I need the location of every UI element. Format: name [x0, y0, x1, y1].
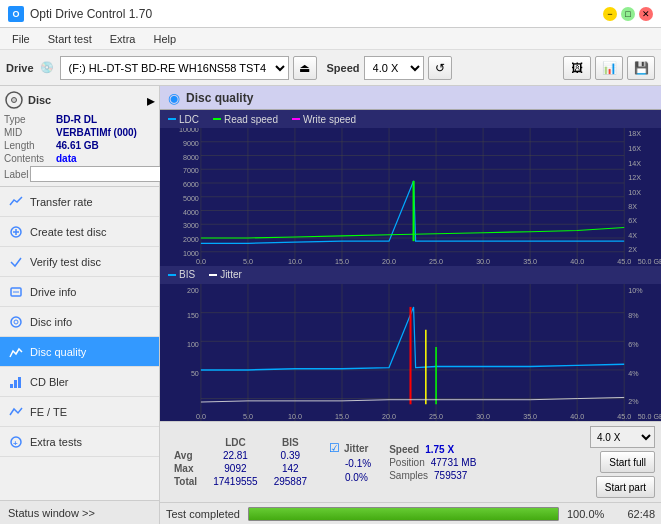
close-button[interactable]: ✕	[639, 7, 653, 21]
stats-total-ldc: 17419555	[205, 475, 266, 488]
svg-text:25.0: 25.0	[429, 257, 443, 265]
legend-ldc-label: LDC	[179, 114, 199, 125]
nav-item-extra-tests[interactable]: + Extra tests	[0, 427, 159, 457]
toolbar-btn-2[interactable]: 📊	[595, 56, 623, 80]
jitter-check-icon: ☑	[329, 441, 340, 455]
svg-rect-11	[18, 377, 21, 388]
svg-rect-9	[10, 384, 13, 388]
legend-ldc-dot	[168, 118, 176, 120]
stats-total-label: Total	[166, 475, 205, 488]
nav-item-transfer-rate[interactable]: Transfer rate	[0, 187, 159, 217]
legend-bottom: BIS Jitter	[160, 266, 661, 284]
nav-label-disc-info: Disc info	[30, 316, 72, 328]
nav-item-cd-bler[interactable]: CD Bler	[0, 367, 159, 397]
disc-panel-arrow[interactable]: ▸	[147, 91, 155, 110]
stats-row: LDC BIS Avg 22.81 0.39 Max	[166, 426, 655, 498]
svg-point-8	[14, 320, 18, 324]
nav-item-create-test-disc[interactable]: Create test disc	[0, 217, 159, 247]
disc-mid-value: VERBATIMf (000)	[56, 127, 137, 138]
svg-text:50.0 GB: 50.0 GB	[638, 257, 661, 265]
drive-select[interactable]: (F:) HL-DT-ST BD-RE WH16NS58 TST4	[60, 56, 289, 80]
legend-write-speed-label: Write speed	[303, 114, 356, 125]
nav-item-fe-te[interactable]: FE / TE	[0, 397, 159, 427]
position-label: Position	[389, 457, 425, 468]
buttons-section: 4.0 X Start full Start part	[590, 426, 655, 498]
disc-panel-icon	[4, 90, 24, 110]
disc-quality-header: ◉ Disc quality	[160, 86, 661, 110]
legend-bis-label: BIS	[179, 269, 195, 280]
nav-item-verify-test-disc[interactable]: Verify test disc	[0, 247, 159, 277]
svg-text:10%: 10%	[628, 285, 643, 294]
svg-text:25.0: 25.0	[429, 411, 443, 420]
legend-read-speed-dot	[213, 118, 221, 120]
svg-rect-10	[14, 380, 17, 388]
stats-total-bis: 295887	[266, 475, 315, 488]
nav-label-verify-test-disc: Verify test disc	[30, 256, 101, 268]
jitter-header: ☑ Jitter	[329, 441, 371, 455]
speed-select[interactable]: 4.0 X	[364, 56, 424, 80]
status-window-label: Status window >>	[8, 507, 95, 519]
svg-text:3000: 3000	[183, 221, 199, 230]
maximize-button[interactable]: □	[621, 7, 635, 21]
svg-text:15.0: 15.0	[335, 411, 349, 420]
disc-type-value: BD-R DL	[56, 114, 97, 125]
menu-extra[interactable]: Extra	[102, 31, 144, 47]
th-empty	[166, 436, 205, 449]
svg-text:7000: 7000	[183, 166, 199, 175]
app-title: Opti Drive Control 1.70	[30, 7, 152, 21]
disc-section-title: Disc	[28, 94, 51, 106]
start-part-button[interactable]: Start part	[596, 476, 655, 498]
disc-length-value: 46.61 GB	[56, 140, 99, 151]
disc-label-row: Label ▶	[4, 166, 155, 182]
disc-contents-value: data	[56, 153, 77, 164]
disc-quality-icon	[8, 344, 24, 360]
svg-point-1	[12, 98, 17, 103]
disc-info-icon	[8, 314, 24, 330]
top-chart-container: 10000 9000 8000 7000 6000 5000 4000 3000…	[160, 128, 661, 266]
bottom-chart-container: 200 150 100 50 10% 8% 6% 4% 2% 0.0 5.0 1…	[160, 284, 661, 422]
disc-label-label: Label	[4, 169, 28, 180]
svg-text:0.0: 0.0	[196, 411, 206, 420]
fe-te-icon	[8, 404, 24, 420]
svg-text:10.0: 10.0	[288, 257, 302, 265]
nav-item-disc-info[interactable]: Disc info	[0, 307, 159, 337]
svg-point-7	[11, 317, 21, 327]
verify-test-disc-icon	[8, 254, 24, 270]
disc-length-label: Length	[4, 140, 54, 151]
legend-write-speed: Write speed	[292, 114, 356, 125]
dq-title: Disc quality	[186, 91, 253, 105]
toolbar-btn-3[interactable]: 💾	[627, 56, 655, 80]
status-window-item[interactable]: Status window >>	[0, 500, 159, 524]
progress-bar-inner	[249, 508, 558, 520]
stats-max-label: Max	[166, 462, 205, 475]
svg-text:8X: 8X	[628, 202, 637, 211]
legend-read-speed: Read speed	[213, 114, 278, 125]
start-full-button[interactable]: Start full	[600, 451, 655, 473]
svg-text:2000: 2000	[183, 235, 199, 244]
legend-ldc: LDC	[168, 114, 199, 125]
eject-button[interactable]: ⏏	[293, 56, 317, 80]
refresh-button[interactable]: ↺	[428, 56, 452, 80]
menu-file[interactable]: File	[4, 31, 38, 47]
nav-item-disc-quality[interactable]: Disc quality	[0, 337, 159, 367]
toolbar-btn-1[interactable]: 🖼	[563, 56, 591, 80]
create-test-disc-icon	[8, 224, 24, 240]
stats-max-row: Max 9092 142	[166, 462, 315, 475]
nav-label-extra-tests: Extra tests	[30, 436, 82, 448]
menu-help[interactable]: Help	[145, 31, 184, 47]
disc-label-input[interactable]	[30, 166, 163, 182]
status-bar: Test completed 100.0% 62:48	[160, 502, 661, 524]
stats-avg-row: Avg 22.81 0.39	[166, 449, 315, 462]
menu-start-test[interactable]: Start test	[40, 31, 100, 47]
top-chart-svg: 10000 9000 8000 7000 6000 5000 4000 3000…	[160, 128, 661, 266]
nav-label-drive-info: Drive info	[30, 286, 76, 298]
menu-bar: File Start test Extra Help	[0, 28, 661, 50]
svg-text:4000: 4000	[183, 208, 199, 217]
speed-select-bottom[interactable]: 4.0 X	[590, 426, 655, 448]
stats-avg-ldc: 22.81	[205, 449, 266, 462]
speed-label: Speed	[327, 62, 360, 74]
charts-area: LDC Read speed Write speed	[160, 110, 661, 421]
legend-top: LDC Read speed Write speed	[160, 110, 661, 128]
nav-item-drive-info[interactable]: Drive info	[0, 277, 159, 307]
minimize-button[interactable]: −	[603, 7, 617, 21]
